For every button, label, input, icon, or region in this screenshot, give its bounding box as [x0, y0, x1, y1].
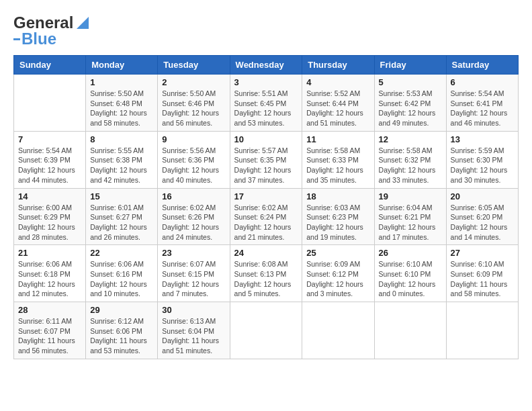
- day-info: Sunrise: 6:12 AM Sunset: 6:06 PM Dayligh…: [90, 316, 153, 356]
- calendar-cell: 16Sunrise: 6:02 AM Sunset: 6:26 PM Dayli…: [158, 188, 230, 245]
- day-info: Sunrise: 5:51 AM Sunset: 6:45 PM Dayligh…: [234, 89, 298, 128]
- day-info: Sunrise: 6:11 AM Sunset: 6:07 PM Dayligh…: [18, 316, 81, 356]
- logo-blue: Blue: [21, 30, 56, 48]
- day-info: Sunrise: 5:50 AM Sunset: 6:48 PM Dayligh…: [90, 89, 153, 128]
- calendar-cell: 1Sunrise: 5:50 AM Sunset: 6:48 PM Daylig…: [86, 75, 158, 132]
- day-number: 17: [234, 191, 298, 201]
- calendar-cell: [230, 302, 302, 359]
- logo-icon: [74, 15, 89, 30]
- day-number: 19: [379, 191, 442, 201]
- header-monday: Monday: [86, 56, 158, 75]
- calendar-cell: 4Sunrise: 5:52 AM Sunset: 6:44 PM Daylig…: [302, 75, 374, 132]
- day-info: Sunrise: 5:59 AM Sunset: 6:30 PM Dayligh…: [451, 146, 514, 185]
- day-info: Sunrise: 6:06 AM Sunset: 6:18 PM Dayligh…: [18, 259, 81, 299]
- day-number: 15: [90, 191, 153, 201]
- day-number: 8: [90, 134, 153, 144]
- calendar-cell: [446, 302, 518, 359]
- day-number: 2: [162, 77, 225, 87]
- day-number: 22: [90, 248, 153, 258]
- calendar-cell: 9Sunrise: 5:56 AM Sunset: 6:36 PM Daylig…: [158, 131, 230, 188]
- day-number: 29: [90, 305, 153, 315]
- calendar-cell: 23Sunrise: 6:07 AM Sunset: 6:15 PM Dayli…: [158, 245, 230, 302]
- day-number: 4: [306, 77, 369, 87]
- day-info: Sunrise: 6:05 AM Sunset: 6:20 PM Dayligh…: [451, 203, 514, 242]
- day-info: Sunrise: 5:58 AM Sunset: 6:33 PM Dayligh…: [306, 146, 369, 185]
- day-info: Sunrise: 6:10 AM Sunset: 6:09 PM Dayligh…: [451, 259, 514, 299]
- day-info: Sunrise: 6:07 AM Sunset: 6:15 PM Dayligh…: [162, 259, 225, 299]
- day-number: 28: [18, 305, 81, 315]
- logo-line1: [13, 38, 20, 40]
- day-info: Sunrise: 6:06 AM Sunset: 6:16 PM Dayligh…: [90, 259, 153, 299]
- day-info: Sunrise: 5:57 AM Sunset: 6:35 PM Dayligh…: [234, 146, 298, 185]
- calendar-cell: 24Sunrise: 6:08 AM Sunset: 6:13 PM Dayli…: [230, 245, 302, 302]
- calendar-cell: 13Sunrise: 5:59 AM Sunset: 6:30 PM Dayli…: [446, 131, 518, 188]
- calendar-cell: 15Sunrise: 6:01 AM Sunset: 6:27 PM Dayli…: [86, 188, 158, 245]
- day-info: Sunrise: 5:54 AM Sunset: 6:41 PM Dayligh…: [451, 89, 514, 128]
- header-friday: Friday: [374, 56, 446, 75]
- calendar-cell: 21Sunrise: 6:06 AM Sunset: 6:18 PM Dayli…: [14, 245, 86, 302]
- header-sunday: Sunday: [14, 56, 86, 75]
- day-info: Sunrise: 6:00 AM Sunset: 6:29 PM Dayligh…: [18, 203, 81, 242]
- day-number: 16: [162, 191, 225, 201]
- calendar-cell: 17Sunrise: 6:02 AM Sunset: 6:24 PM Dayli…: [230, 188, 302, 245]
- calendar-cell: [14, 75, 86, 132]
- calendar-cell: 25Sunrise: 6:09 AM Sunset: 6:12 PM Dayli…: [302, 245, 374, 302]
- calendar-table: SundayMondayTuesdayWednesdayThursdayFrid…: [13, 55, 519, 359]
- day-number: 3: [234, 77, 298, 87]
- header-wednesday: Wednesday: [230, 56, 302, 75]
- week-row-1: 1Sunrise: 5:50 AM Sunset: 6:48 PM Daylig…: [14, 75, 519, 132]
- day-info: Sunrise: 5:50 AM Sunset: 6:46 PM Dayligh…: [162, 89, 225, 128]
- day-number: 13: [451, 134, 514, 144]
- calendar-cell: [374, 302, 446, 359]
- day-number: 25: [306, 248, 369, 258]
- day-number: 11: [306, 134, 369, 144]
- calendar-cell: 27Sunrise: 6:10 AM Sunset: 6:09 PM Dayli…: [446, 245, 518, 302]
- day-number: 7: [18, 134, 81, 144]
- calendar-cell: 20Sunrise: 6:05 AM Sunset: 6:20 PM Dayli…: [446, 188, 518, 245]
- day-number: 20: [451, 191, 514, 201]
- calendar-cell: 3Sunrise: 5:51 AM Sunset: 6:45 PM Daylig…: [230, 75, 302, 132]
- day-number: 10: [234, 134, 298, 144]
- calendar-cell: 12Sunrise: 5:58 AM Sunset: 6:32 PM Dayli…: [374, 131, 446, 188]
- week-row-2: 7Sunrise: 5:54 AM Sunset: 6:39 PM Daylig…: [14, 131, 519, 188]
- calendar-cell: 5Sunrise: 5:53 AM Sunset: 6:42 PM Daylig…: [374, 75, 446, 132]
- calendar-body: 1Sunrise: 5:50 AM Sunset: 6:48 PM Daylig…: [14, 75, 519, 359]
- day-number: 30: [162, 305, 225, 315]
- page-header: General Blue: [13, 13, 519, 48]
- header-saturday: Saturday: [446, 56, 518, 75]
- day-number: 1: [90, 77, 153, 87]
- week-row-3: 14Sunrise: 6:00 AM Sunset: 6:29 PM Dayli…: [14, 188, 519, 245]
- day-number: 18: [306, 191, 369, 201]
- calendar-cell: 7Sunrise: 5:54 AM Sunset: 6:39 PM Daylig…: [14, 131, 86, 188]
- svg-marker-0: [77, 17, 89, 29]
- day-info: Sunrise: 5:56 AM Sunset: 6:36 PM Dayligh…: [162, 146, 225, 185]
- day-number: 23: [162, 248, 225, 258]
- day-number: 26: [379, 248, 442, 258]
- calendar-cell: 19Sunrise: 6:04 AM Sunset: 6:21 PM Dayli…: [374, 188, 446, 245]
- day-number: 21: [18, 248, 81, 258]
- calendar-cell: 8Sunrise: 5:55 AM Sunset: 6:38 PM Daylig…: [86, 131, 158, 188]
- logo: General Blue: [13, 13, 89, 48]
- header-thursday: Thursday: [302, 56, 374, 75]
- calendar-cell: 18Sunrise: 6:03 AM Sunset: 6:23 PM Dayli…: [302, 188, 374, 245]
- day-info: Sunrise: 6:01 AM Sunset: 6:27 PM Dayligh…: [90, 203, 153, 242]
- day-number: 14: [18, 191, 81, 201]
- week-row-5: 28Sunrise: 6:11 AM Sunset: 6:07 PM Dayli…: [14, 302, 519, 359]
- day-info: Sunrise: 5:54 AM Sunset: 6:39 PM Dayligh…: [18, 146, 81, 185]
- week-row-4: 21Sunrise: 6:06 AM Sunset: 6:18 PM Dayli…: [14, 245, 519, 302]
- day-number: 12: [379, 134, 442, 144]
- day-info: Sunrise: 6:03 AM Sunset: 6:23 PM Dayligh…: [306, 203, 369, 242]
- calendar-cell: 22Sunrise: 6:06 AM Sunset: 6:16 PM Dayli…: [86, 245, 158, 302]
- day-info: Sunrise: 6:02 AM Sunset: 6:26 PM Dayligh…: [162, 203, 225, 242]
- day-info: Sunrise: 5:52 AM Sunset: 6:44 PM Dayligh…: [306, 89, 369, 128]
- calendar-cell: 11Sunrise: 5:58 AM Sunset: 6:33 PM Dayli…: [302, 131, 374, 188]
- calendar-cell: 14Sunrise: 6:00 AM Sunset: 6:29 PM Dayli…: [14, 188, 86, 245]
- header-tuesday: Tuesday: [158, 56, 230, 75]
- day-number: 24: [234, 248, 298, 258]
- day-info: Sunrise: 6:09 AM Sunset: 6:12 PM Dayligh…: [306, 259, 369, 299]
- day-info: Sunrise: 6:04 AM Sunset: 6:21 PM Dayligh…: [379, 203, 442, 242]
- day-info: Sunrise: 5:55 AM Sunset: 6:38 PM Dayligh…: [90, 146, 153, 185]
- day-info: Sunrise: 6:10 AM Sunset: 6:10 PM Dayligh…: [379, 259, 442, 299]
- day-number: 27: [451, 248, 514, 258]
- day-info: Sunrise: 6:02 AM Sunset: 6:24 PM Dayligh…: [234, 203, 298, 242]
